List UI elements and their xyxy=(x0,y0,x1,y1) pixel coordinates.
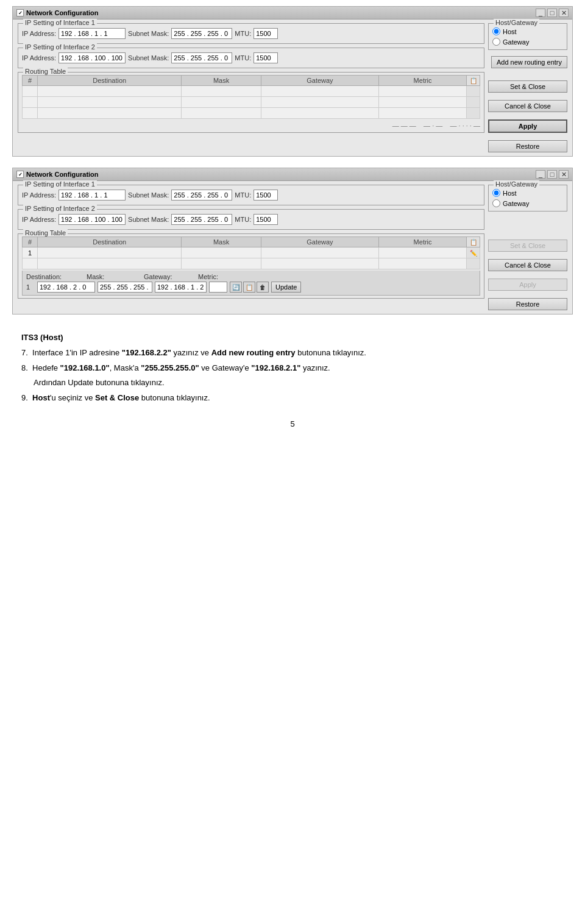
window1-restore-btn[interactable]: Restore xyxy=(488,140,567,152)
window1-row3-icon xyxy=(467,108,480,119)
window1-interface1-ip-input[interactable] xyxy=(58,28,126,39)
window1-gateway-radio-row[interactable]: Gateway xyxy=(492,37,563,47)
window1-interface2-ip-input[interactable] xyxy=(58,52,126,63)
window2-interface2-group: IP Setting of Interface 2 IP Address: Su… xyxy=(18,209,484,230)
window1-row3-hash xyxy=(23,108,38,119)
window1-interface2-label: IP Setting of Interface 2 xyxy=(23,43,97,51)
window2-row1-edit-icon[interactable]: ✏️ xyxy=(470,250,477,257)
window1-checkbox-icon[interactable]: ✓ xyxy=(16,9,24,16)
window1-right-panel: Host/Gateway Host Gateway Add new routin… xyxy=(488,23,567,152)
window1-routing-empty-row1 xyxy=(23,86,480,97)
window1-host-label: Host xyxy=(503,28,517,35)
window2-edit-gw-input[interactable] xyxy=(155,282,207,293)
window1-host-radio-row[interactable]: Host xyxy=(492,26,563,37)
window2-edit-mask-label: Mask: xyxy=(87,273,141,280)
window1-interface1-label: IP Setting of Interface 1 xyxy=(23,19,97,26)
window1-row3-metric xyxy=(379,108,467,119)
step-9-host: Host xyxy=(32,393,50,402)
window1-routing-empty-row3 xyxy=(23,108,480,119)
window1-interface2-ip-label: IP Address: xyxy=(22,54,56,62)
window2-edit-icon2[interactable]: 📋 xyxy=(243,282,255,293)
step-8-line1: 8. Hedefe "192.168.1.0", Mask'a "255.255… xyxy=(21,362,567,375)
window2-edit-gw-label: Gateway: xyxy=(144,273,196,280)
network-config-window-1: ✓ Network Configuration _ □ ✕ IP Setting… xyxy=(12,6,573,157)
window2-interface2-subnet-input[interactable] xyxy=(171,214,232,225)
window1-apply-btn[interactable]: Apply xyxy=(488,119,567,133)
window2-edit-mask-input[interactable] xyxy=(98,282,152,293)
window1-interface2-mtu-input[interactable] xyxy=(254,52,278,63)
window2-right-panel: Host/Gateway Host Gateway Set & Close Ca… xyxy=(488,185,567,310)
window2-routing-group: Routing Table # Destination Mask Gateway… xyxy=(18,233,484,299)
window1-left-panel: IP Setting of Interface 1 IP Address: Su… xyxy=(18,23,484,152)
window1-interface1-group: IP Setting of Interface 1 IP Address: Su… xyxy=(18,23,484,44)
window1-row2-hash xyxy=(23,97,38,108)
window1-col-gateway: Gateway xyxy=(261,76,379,86)
text-content-area: ITS3 (Host) 7. Interface 1'in IP adresin… xyxy=(12,325,573,413)
window1-row2-metric xyxy=(379,97,467,108)
window2-row1-icon: ✏️ xyxy=(467,247,480,258)
window1-interface2-subnet-input[interactable] xyxy=(171,52,232,63)
step-7-btn: Add new routing entry xyxy=(211,348,296,357)
window1-routing-table: # Destination Mask Gateway Metric 📋 xyxy=(22,75,480,119)
window2-interface1-ip-input[interactable] xyxy=(58,190,126,201)
window2-col-dest: Destination xyxy=(38,237,182,247)
window2-host-radio-row[interactable]: Host xyxy=(492,188,563,198)
window1-set-close-btn[interactable]: Set & Close xyxy=(488,80,567,93)
network-config-window-2: ✓ Network Configuration _ □ ✕ IP Setting… xyxy=(12,168,573,315)
window1-col-mask: Mask xyxy=(182,76,261,86)
step-9-num: 9. xyxy=(21,393,28,402)
window1-gateway-radio[interactable] xyxy=(492,38,500,46)
window2-restore-btn[interactable]: □ xyxy=(547,170,557,179)
window1-routing-group: Routing Table # Destination Mask Gateway… xyxy=(18,72,484,133)
window2-cancel-close-btn[interactable]: Cancel & Close xyxy=(488,259,567,271)
window2-edit-dest-input[interactable] xyxy=(37,282,95,293)
window1-interface1-mtu-input[interactable] xyxy=(254,28,278,39)
window2-edit-metric-label: Metric: xyxy=(198,273,218,280)
window2-edit-metric-input[interactable] xyxy=(209,282,227,293)
step-8-num: 8. xyxy=(21,363,28,372)
window2-edit-icon1[interactable]: 🔄 xyxy=(230,282,242,293)
window2-edit-icon3[interactable]: 🗑 xyxy=(257,282,269,293)
window2-interface2-mtu-input[interactable] xyxy=(254,214,278,225)
window2-left-panel: IP Setting of Interface 1 IP Address: Su… xyxy=(18,185,484,310)
page-number: 5 xyxy=(12,419,573,428)
window2-restore-btn[interactable]: Restore xyxy=(488,298,567,310)
window2-row1-metric xyxy=(379,247,467,258)
window2-routing-row1[interactable]: 1 ✏️ xyxy=(23,247,480,258)
window1-interface2-group: IP Setting of Interface 2 IP Address: Su… xyxy=(18,48,484,68)
window2-host-radio[interactable] xyxy=(492,189,500,197)
window2-col-metric: Metric xyxy=(379,237,467,247)
window1-cancel-close-btn[interactable]: Cancel & Close xyxy=(488,100,567,112)
window1-interface1-row: IP Address: Subnet Mask: MTU: xyxy=(22,26,480,41)
window1-minimize-btn[interactable]: _ xyxy=(536,9,545,17)
window2-gateway-radio[interactable] xyxy=(492,199,500,207)
window2-close-btn[interactable]: ✕ xyxy=(559,170,569,179)
window2-col-hash: # xyxy=(23,237,38,247)
window2-interface1-subnet-input[interactable] xyxy=(171,190,232,201)
window2-col-gateway: Gateway xyxy=(261,237,379,247)
window1-restore-btn[interactable]: □ xyxy=(547,9,557,17)
window1-close-btn[interactable]: ✕ xyxy=(559,9,569,17)
window1-host-radio[interactable] xyxy=(492,27,500,35)
window2-interface2-ip-input[interactable] xyxy=(58,214,126,225)
step-9-btn: Set & Close xyxy=(95,393,139,402)
window1-row1-hash xyxy=(23,86,38,97)
window1-row1-icon xyxy=(467,86,480,97)
window2-interface1-subnet-label: Subnet Mask: xyxy=(128,191,169,199)
window2-update-btn[interactable]: Update xyxy=(271,282,301,293)
window2-gateway-radio-row[interactable]: Gateway xyxy=(492,198,563,208)
window1-add-routing-btn[interactable]: Add new routing entry xyxy=(491,56,567,68)
window2-interface1-row: IP Address: Subnet Mask: MTU: xyxy=(22,188,480,202)
window2-title: ✓ Network Configuration xyxy=(16,171,99,178)
section-title: ITS3 (Host) xyxy=(21,332,567,344)
step-7-num: 7. xyxy=(21,348,28,357)
window2-interface1-mtu-input[interactable] xyxy=(254,190,278,201)
window1-row1-mask xyxy=(182,86,261,97)
window1-interface2-row: IP Address: Subnet Mask: MTU: xyxy=(22,51,480,65)
window2-checkbox-icon[interactable]: ✓ xyxy=(16,171,24,178)
window1-interface1-subnet-input[interactable] xyxy=(171,28,232,39)
window2-minimize-btn[interactable]: _ xyxy=(536,170,545,179)
window2-row1-gateway xyxy=(261,247,379,258)
routing-copy-icon: 📋 xyxy=(470,77,477,84)
step-8-dest: "192.168.1.0" xyxy=(60,363,110,372)
